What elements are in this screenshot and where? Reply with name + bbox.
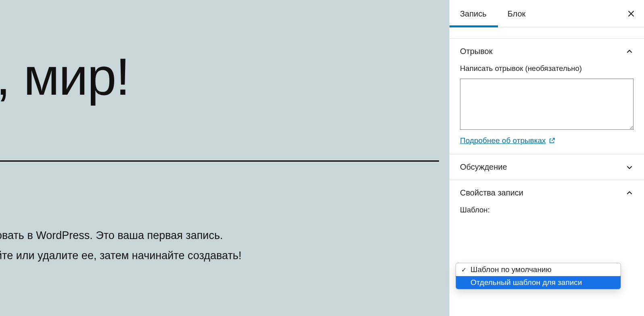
close-icon [627, 9, 636, 18]
tab-active-underline [450, 25, 498, 27]
excerpt-help-link[interactable]: Подробнее об отрывках [460, 136, 556, 145]
panel-post-attributes: Свойства записи Шаблон: [450, 180, 644, 217]
tab-post[interactable]: Запись [450, 0, 497, 27]
excerpt-help-link-text: Подробнее об отрывках [460, 136, 546, 145]
sidebar-tabs: Запись Блок [450, 0, 644, 27]
panel-excerpt-body: Написать отрывок (необязательно) Подробн… [450, 64, 644, 154]
excerpt-textarea[interactable] [460, 79, 634, 130]
external-link-icon [548, 137, 556, 144]
panel-discussion-toggle[interactable]: Обсуждение [450, 154, 644, 180]
panel-excerpt-toggle[interactable]: Отрывок [450, 39, 644, 64]
chevron-up-icon [625, 189, 634, 197]
template-option-default[interactable]: ✓ Шаблон по умолчанию [456, 263, 621, 276]
paragraph-line: овать в WordPress. Это ваша первая запис… [0, 229, 223, 241]
panel-excerpt: Отрывок Написать отрывок (необязательно)… [450, 39, 644, 154]
tab-block[interactable]: Блок [497, 0, 536, 27]
check-icon: ✓ [460, 266, 467, 274]
panel-discussion: Обсуждение [450, 154, 644, 180]
template-option-label: Отдельный шаблон для записи [470, 278, 582, 287]
paragraph-line: йте или удалите ее, затем начинайте созд… [0, 249, 241, 262]
separator-block[interactable] [0, 160, 439, 162]
template-label: Шаблон: [450, 206, 644, 217]
chevron-down-icon [625, 163, 634, 171]
panel-spacer [450, 27, 644, 39]
template-option-custom[interactable]: ✓ Отдельный шаблон для записи [456, 276, 621, 289]
panel-post-attributes-title: Свойства записи [460, 188, 523, 198]
template-select-dropdown[interactable]: ✓ Шаблон по умолчанию ✓ Отдельный шаблон… [456, 263, 621, 289]
editor-canvas[interactable]: , мир! овать в WordPress. Это ваша перва… [0, 0, 449, 316]
post-title[interactable]: , мир! [0, 46, 130, 107]
template-option-label: Шаблон по умолчанию [470, 265, 552, 274]
panel-post-attributes-toggle[interactable]: Свойства записи [450, 180, 644, 206]
panel-discussion-title: Обсуждение [460, 162, 507, 172]
excerpt-label: Написать отрывок (необязательно) [460, 64, 634, 73]
panel-excerpt-title: Отрывок [460, 47, 493, 56]
post-paragraph[interactable]: овать в WordPress. Это ваша первая запис… [0, 226, 399, 266]
close-sidebar-button[interactable] [623, 6, 639, 22]
chevron-up-icon [625, 48, 634, 56]
